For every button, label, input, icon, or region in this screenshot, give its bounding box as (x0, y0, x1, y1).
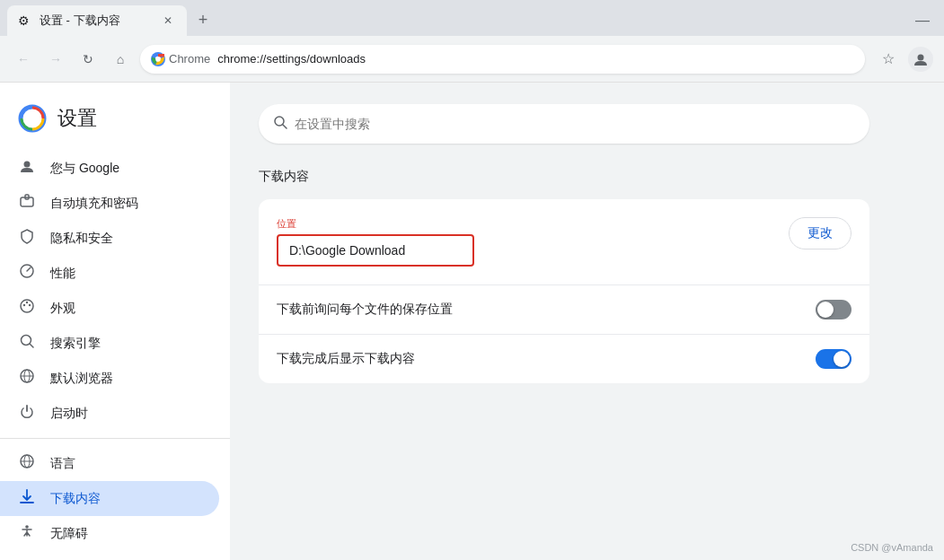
svg-point-11 (29, 304, 31, 306)
sidebar-item-appearance[interactable]: 外观 (0, 291, 219, 326)
watermark: CSDN @vAmanda (851, 542, 933, 553)
tab-title: 设置 - 下载内容 (40, 13, 153, 29)
profile-icon (913, 51, 929, 67)
svg-line-24 (283, 125, 287, 128)
language-icon (18, 453, 36, 474)
settings-search-input[interactable] (295, 117, 855, 131)
svg-point-12 (26, 302, 28, 303)
sidebar-label-search: 搜索引擎 (50, 336, 101, 352)
sidebar-item-startup[interactable]: 启动时 (0, 396, 219, 431)
svg-point-3 (918, 54, 924, 60)
svg-point-13 (22, 336, 31, 346)
settings-content: 下载内容 位置 D:\Google Download 更改 下载前询问每个文件的… (230, 83, 944, 560)
address-url: chrome://settings/downloads (217, 52, 854, 66)
sidebar-label-google: 您与 Google (50, 161, 119, 177)
sidebar-label-startup: 启动时 (50, 406, 88, 422)
ask-save-label: 下载前询问每个文件的保存位置 (277, 302, 816, 318)
sidebar-label-downloads: 下载内容 (50, 491, 101, 507)
sidebar-item-accessibility[interactable]: 无障碍 (0, 516, 219, 551)
address-bar: ← → ↻ ⌂ Chrome chrome://settings/downloa… (0, 36, 944, 83)
svg-line-14 (31, 345, 34, 348)
search-icon (273, 115, 287, 133)
back-button[interactable]: ← (11, 47, 36, 72)
location-label: 位置 (277, 217, 774, 231)
sidebar-label-appearance: 外观 (50, 301, 75, 317)
key-icon (18, 193, 36, 214)
location-box: D:\Google Download (277, 234, 474, 267)
sidebar-item-downloads[interactable]: 下载内容 (0, 481, 219, 516)
person-icon (18, 158, 36, 179)
reload-button[interactable]: ↻ (75, 47, 101, 72)
svg-point-2 (155, 57, 161, 62)
address-input-wrap[interactable]: Chrome chrome://settings/downloads (140, 45, 865, 74)
ask-save-row: 下载前询问每个文件的保存位置 (259, 285, 869, 335)
sidebar-item-search[interactable]: 搜索引擎 (0, 326, 219, 361)
minimize-button[interactable]: — (908, 9, 937, 32)
location-row: 位置 D:\Google Download 更改 (259, 199, 869, 285)
browser-tab[interactable]: ⚙ 设置 - 下载内容 ✕ (7, 5, 187, 36)
sidebar-header: 设置 (0, 97, 230, 151)
sidebar-title: 设置 (57, 105, 97, 132)
svg-point-5 (24, 162, 31, 168)
sidebar-item-performance[interactable]: 性能 (0, 256, 219, 291)
sidebar-label-performance: 性能 (50, 266, 75, 282)
sidebar-item-privacy[interactable]: 隐私和安全 (0, 221, 219, 256)
chrome-label: Chrome (169, 52, 210, 66)
ask-save-toggle-knob (817, 302, 834, 318)
performance-icon (18, 263, 36, 284)
section-title: 下载内容 (259, 169, 915, 185)
show-downloads-row: 下载完成后显示下载内容 (259, 335, 869, 383)
home-button[interactable]: ⌂ (108, 47, 133, 72)
location-section: 位置 D:\Google Download (277, 217, 774, 267)
show-downloads-toggle-knob (834, 351, 850, 367)
tab-close-button[interactable]: ✕ (160, 13, 176, 29)
sidebar: 设置 您与 Google 自动填充和密码 隐私和安全 (0, 83, 230, 560)
globe-icon (18, 368, 36, 389)
shield-icon (18, 228, 36, 249)
sidebar-label-autofill: 自动填充和密码 (50, 196, 138, 212)
show-downloads-label: 下载完成后显示下载内容 (277, 351, 816, 367)
svg-point-10 (23, 304, 25, 306)
ask-save-toggle[interactable] (816, 300, 851, 319)
chrome-logo-icon (151, 52, 165, 66)
sidebar-item-autofill[interactable]: 自动填充和密码 (0, 186, 219, 221)
download-icon (18, 488, 36, 509)
svg-point-4 (20, 106, 45, 131)
tab-favicon: ⚙ (18, 13, 32, 28)
sidebar-label-privacy: 隐私和安全 (50, 231, 113, 247)
location-value: D:\Google Download (289, 243, 405, 258)
change-location-button[interactable]: 更改 (789, 217, 851, 249)
show-downloads-toggle[interactable] (816, 349, 851, 369)
accessibility-icon (18, 523, 36, 544)
chrome-icon-label: Chrome (151, 52, 210, 66)
sidebar-item-google[interactable]: 您与 Google (0, 151, 219, 186)
power-icon (18, 403, 36, 424)
sidebar-label-language: 语言 (50, 456, 75, 472)
svg-point-22 (25, 525, 29, 529)
settings-card: 位置 D:\Google Download 更改 下载前询问每个文件的保存位置 (259, 199, 869, 383)
palette-icon (18, 298, 36, 319)
settings-search-bar[interactable] (259, 104, 869, 144)
new-tab-button[interactable]: + (190, 7, 216, 32)
bookmark-button[interactable]: ☆ (876, 47, 901, 72)
sidebar-label-accessibility: 无障碍 (50, 526, 88, 542)
sidebar-divider (0, 438, 230, 439)
profile-button[interactable] (908, 47, 933, 72)
sidebar-item-default-browser[interactable]: 默认浏览器 (0, 361, 219, 396)
settings-google-logo (18, 104, 47, 133)
magnifier-icon (18, 333, 36, 354)
forward-button[interactable]: → (43, 47, 68, 72)
sidebar-label-browser: 默认浏览器 (50, 371, 113, 387)
sidebar-item-language[interactable]: 语言 (0, 446, 219, 481)
